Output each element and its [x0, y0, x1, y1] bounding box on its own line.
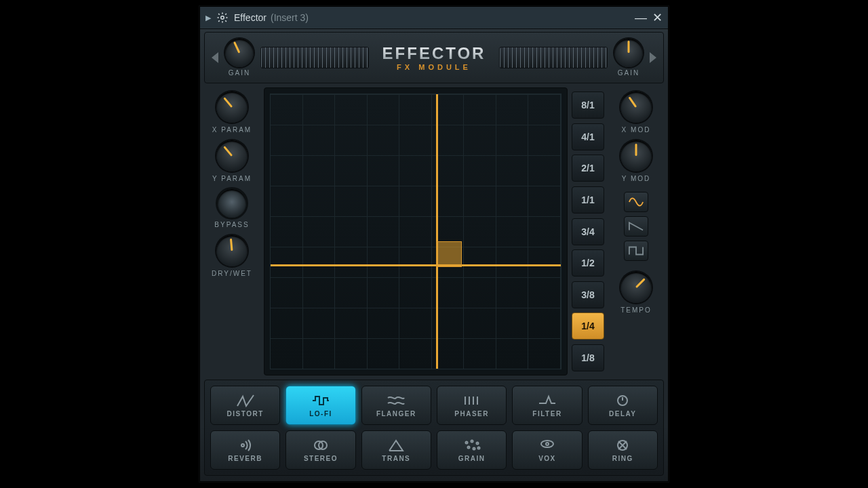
- rate-1-2[interactable]: 1/2: [572, 249, 604, 277]
- gain-in-knob[interactable]: [225, 39, 254, 67]
- rate-2-1[interactable]: 2/1: [572, 155, 604, 182]
- effect-vox-label: VOX: [538, 455, 556, 462]
- rate-list: 8/14/12/11/13/41/23/81/41/8: [572, 87, 604, 375]
- effect-delay[interactable]: DELAY: [588, 386, 658, 425]
- gear-icon[interactable]: [216, 12, 229, 24]
- waveform-buttons: [624, 192, 648, 261]
- y-param-label: Y PARAM: [212, 175, 252, 182]
- output-meter: [499, 47, 608, 68]
- input-meter: [260, 47, 369, 68]
- xy-pad-frame: [264, 87, 568, 375]
- y-mod-label: Y MOD: [622, 175, 651, 182]
- effect-reverb-label: REVERB: [228, 455, 262, 462]
- svg-point-2: [241, 444, 244, 447]
- delay-icon: [613, 394, 632, 407]
- xy-node[interactable]: [436, 241, 462, 267]
- effect-lofi[interactable]: LO-FI: [285, 386, 355, 425]
- xy-grid: [271, 94, 561, 369]
- plugin-body: GAIN EFFECTOR FX MODULE GAIN X PARAM: [200, 29, 668, 481]
- reverb-icon: [236, 439, 255, 452]
- bypass-button[interactable]: [218, 189, 246, 218]
- left-column: X PARAM Y PARAM BYPASS DRY/WET: [204, 87, 260, 375]
- main-area: X PARAM Y PARAM BYPASS DRY/WET: [204, 87, 664, 375]
- logo-title: EFFECTOR: [382, 44, 486, 63]
- rate-1-1[interactable]: 1/1: [572, 186, 604, 214]
- xy-crosshair-h: [271, 264, 561, 266]
- effect-ring-label: RING: [612, 455, 633, 462]
- tempo-knob[interactable]: [620, 272, 652, 303]
- stereo-icon: [311, 439, 330, 452]
- logo-subtitle: FX MODULE: [397, 63, 471, 71]
- effect-filter[interactable]: FILTER: [512, 386, 582, 425]
- waveform-square-button[interactable]: [624, 241, 648, 261]
- rate-3-8[interactable]: 3/8: [572, 281, 604, 308]
- gain-in-label: GAIN: [229, 69, 250, 77]
- effect-phaser-label: PHASER: [454, 410, 489, 418]
- effect-grain[interactable]: GRAIN: [437, 430, 507, 470]
- gain-out-knob[interactable]: [614, 39, 643, 67]
- titlebar: ▶ Effector (Insert 3) — ✕: [200, 7, 668, 29]
- gain-in-knob-group: GAIN: [225, 39, 254, 77]
- effect-reverb[interactable]: REVERB: [210, 430, 280, 470]
- svg-point-9: [473, 447, 475, 449]
- x-param-knob[interactable]: [216, 92, 248, 123]
- window-title: Effector: [234, 12, 267, 23]
- waveform-saw-button[interactable]: [624, 216, 648, 237]
- effect-delay-label: DELAY: [609, 410, 636, 418]
- grain-icon: [462, 439, 481, 452]
- plugin-window: ▶ Effector (Insert 3) — ✕ GAIN EFFECTOR …: [199, 6, 669, 482]
- menu-caret-icon[interactable]: ▶: [205, 14, 211, 22]
- rate-4-1[interactable]: 4/1: [572, 123, 604, 150]
- xy-crosshair-v: [436, 94, 438, 369]
- xy-pad[interactable]: [270, 94, 561, 369]
- x-mod-knob[interactable]: [620, 92, 652, 123]
- x-param-label: X PARAM: [212, 126, 252, 134]
- bypass-label: BYPASS: [214, 221, 249, 228]
- svg-point-6: [471, 440, 473, 442]
- preset-next-icon[interactable]: [650, 52, 656, 63]
- top-bar: GAIN EFFECTOR FX MODULE GAIN: [204, 32, 664, 83]
- svg-point-0: [221, 16, 224, 20]
- effect-stereo[interactable]: STEREO: [285, 430, 355, 470]
- rate-1-4[interactable]: 1/4: [572, 312, 604, 340]
- y-param-knob[interactable]: [216, 140, 248, 171]
- filter-icon: [538, 394, 557, 407]
- svg-point-12: [546, 443, 549, 445]
- svg-point-11: [541, 441, 553, 447]
- tempo-label: TEMPO: [620, 306, 652, 314]
- effect-stereo-label: STEREO: [304, 455, 338, 462]
- effect-grain-label: GRAIN: [458, 455, 486, 462]
- gain-out-label: GAIN: [618, 69, 639, 77]
- flanger-icon: [387, 394, 406, 407]
- trans-icon: [387, 439, 406, 452]
- logo: EFFECTOR FX MODULE: [376, 44, 493, 71]
- svg-point-5: [465, 441, 467, 443]
- effect-filter-label: FILTER: [532, 410, 561, 418]
- effect-phaser[interactable]: PHASER: [437, 386, 507, 425]
- svg-point-8: [467, 446, 469, 448]
- close-icon[interactable]: ✕: [652, 12, 663, 24]
- effect-trans[interactable]: TRANS: [361, 430, 431, 470]
- drywet-knob[interactable]: [216, 235, 248, 266]
- y-mod-knob[interactable]: [620, 140, 652, 171]
- waveform-sine-button[interactable]: [624, 192, 648, 212]
- svg-point-7: [476, 442, 478, 444]
- effect-distort-label: DISTORT: [227, 410, 264, 418]
- preset-prev-icon[interactable]: [212, 52, 218, 63]
- rate-8-1[interactable]: 8/1: [572, 92, 604, 119]
- window-subtitle: (Insert 3): [271, 12, 309, 23]
- effect-ring[interactable]: RING: [588, 430, 658, 470]
- minimize-icon[interactable]: —: [635, 12, 646, 24]
- effects-row-2: REVERBSTEREOTRANSGRAINVOXRING: [210, 430, 658, 470]
- effect-vox[interactable]: VOX: [512, 430, 582, 470]
- rate-3-4[interactable]: 3/4: [572, 218, 604, 245]
- ring-icon: [613, 439, 632, 452]
- vox-icon: [538, 439, 557, 452]
- effects-row-1: DISTORTLO-FIFLANGERPHASERFILTERDELAY: [210, 386, 658, 425]
- rate-1-8[interactable]: 1/8: [572, 344, 604, 371]
- effects-panel: DISTORTLO-FIFLANGERPHASERFILTERDELAY REV…: [204, 380, 664, 476]
- effect-flanger[interactable]: FLANGER: [361, 386, 431, 425]
- effect-trans-label: TRANS: [382, 455, 410, 462]
- effect-distort[interactable]: DISTORT: [210, 386, 280, 425]
- drywet-label: DRY/WET: [212, 270, 252, 277]
